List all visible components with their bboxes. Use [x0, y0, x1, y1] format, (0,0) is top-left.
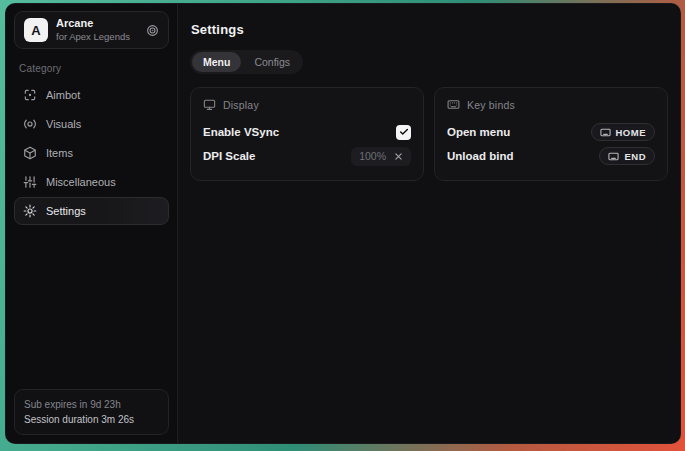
vsync-checkbox[interactable]	[396, 125, 411, 140]
main-content: Settings Menu Configs Display	[178, 4, 680, 443]
app-logo-letter: A	[31, 23, 40, 38]
sidebar-nav: Aimbot Visuals	[14, 81, 169, 225]
dpi-scale-input[interactable]: 100%	[351, 147, 411, 166]
cube-icon	[23, 146, 37, 160]
open-menu-key: HOME	[616, 127, 647, 138]
sidebar-item-label: Visuals	[46, 118, 81, 130]
app-name: Arcane	[56, 17, 130, 31]
display-card-title: Display	[223, 99, 259, 111]
checkmark-icon	[399, 127, 409, 137]
page-title: Settings	[191, 22, 668, 37]
tab-menu[interactable]: Menu	[192, 52, 241, 72]
app-logo: A	[24, 18, 48, 42]
sub-expiry-text: Sub expires in 9d 23h	[24, 397, 159, 412]
app-title-block: Arcane for Apex Legends	[56, 17, 130, 43]
sidebar-item-label: Aimbot	[46, 89, 80, 101]
keyboard-icon	[447, 98, 460, 111]
dpi-scale-value: 100%	[359, 150, 386, 162]
desktop-background: A Arcane for Apex Legends Category	[0, 0, 685, 451]
unload-bind-row: Unload bind END	[447, 144, 655, 168]
sidebar-item-settings[interactable]: Settings	[14, 197, 169, 225]
crosshair-icon	[23, 88, 37, 102]
vsync-label: Enable VSync	[203, 126, 279, 138]
open-menu-row: Open menu HOME	[447, 120, 655, 144]
sidebar-item-label: Miscellaneous	[46, 176, 116, 188]
tab-bar: Menu Configs	[190, 50, 303, 74]
sidebar-item-miscellaneous[interactable]: Miscellaneous	[14, 168, 169, 196]
dpi-scale-row: DPI Scale 100%	[203, 144, 411, 168]
category-label: Category	[19, 63, 164, 74]
keyboard-icon	[608, 151, 619, 162]
gear-icon	[23, 204, 37, 218]
sidebar-spacer	[14, 225, 169, 389]
scan-eye-icon	[23, 117, 37, 131]
sidebar-item-aimbot[interactable]: Aimbot	[14, 81, 169, 109]
tab-configs[interactable]: Configs	[243, 52, 301, 72]
unload-bind-key: END	[624, 151, 646, 162]
display-card-header: Display	[203, 98, 411, 111]
monitor-icon	[203, 98, 216, 111]
open-menu-label: Open menu	[447, 126, 510, 138]
vsync-row: Enable VSync	[203, 120, 411, 144]
keybinds-card-title: Key binds	[467, 99, 515, 111]
target-icon[interactable]	[146, 24, 159, 37]
keybinds-card: Key binds Open menu HOME	[434, 87, 668, 181]
sidebar-item-visuals[interactable]: Visuals	[14, 110, 169, 138]
unload-bind-label: Unload bind	[447, 150, 513, 162]
dpi-scale-label: DPI Scale	[203, 150, 255, 162]
display-card: Display Enable VSync DPI Scale 1	[190, 87, 424, 181]
sidebar: A Arcane for Apex Legends Category	[6, 4, 178, 443]
app-card: A Arcane for Apex Legends	[14, 11, 169, 49]
sidebar-item-label: Settings	[46, 205, 86, 217]
open-menu-keybind[interactable]: HOME	[591, 123, 656, 141]
clear-icon[interactable]	[394, 152, 403, 161]
sidebar-item-label: Items	[46, 147, 73, 159]
app-window: A Arcane for Apex Legends Category	[5, 3, 681, 444]
settings-cards: Display Enable VSync DPI Scale 1	[190, 87, 668, 181]
sidebar-item-items[interactable]: Items	[14, 139, 169, 167]
subscription-info-card: Sub expires in 9d 23h Session duration 3…	[14, 389, 169, 435]
sliders-icon	[23, 175, 37, 189]
keybinds-card-header: Key binds	[447, 98, 655, 111]
app-subtitle: for Apex Legends	[56, 31, 130, 43]
session-duration-text: Session duration 3m 26s	[24, 412, 159, 427]
unload-keybind[interactable]: END	[599, 147, 655, 165]
keyboard-icon	[600, 127, 611, 138]
